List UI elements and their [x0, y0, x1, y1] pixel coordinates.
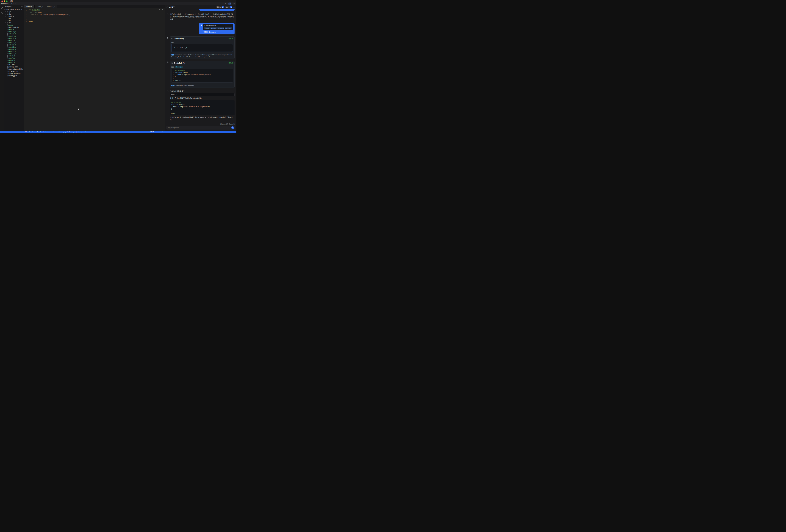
user-avatar-icon [201, 24, 202, 33]
tree-item-file[interactable]: demo11.js [4, 30, 24, 33]
terminal-icon[interactable] [225, 2, 227, 5]
app-window: IfAI IfAI Editor 文件 资源管理器 react-native-m… [0, 0, 236, 133]
references-title: chat.references [206, 25, 216, 26]
tree-item-file[interactable]: demo22.js [4, 44, 24, 46]
message-text: 您已成功创建了一个名为 demo.js 的文件，其中包含了一个简单的 JavaS… [170, 13, 234, 20]
ai-settings-icon[interactable] [233, 6, 235, 8]
user-message: chat.referencesDemo.jsdemo9.jsdemo30.jsd… [199, 9, 234, 11]
tree-item-folder[interactable]: ios [4, 17, 24, 20]
code-line: 3 console.log("这是一个简单的JavaScript示例"); [24, 14, 165, 16]
code-line: 6demo(); [171, 79, 232, 82]
tree-item-folder[interactable]: src [4, 22, 24, 24]
chat-input[interactable] [168, 127, 230, 129]
chat-input-row [166, 126, 235, 130]
explorer-title: 资源管理器 [5, 6, 13, 8]
line-number: 6 [171, 79, 175, 82]
language-indicator[interactable]: javascript [157, 131, 163, 133]
robot-avatar-icon [167, 13, 169, 21]
tree-item-file[interactable]: demo6.js [4, 55, 24, 57]
result-text: home/ usr/ .resolve/ bin/ sbin/ .file et… [171, 54, 232, 58]
tree-item-file[interactable]: README.md [4, 70, 24, 72]
tree-item-file[interactable]: demo21.js [4, 42, 24, 44]
line-number: 1 [171, 70, 175, 72]
ai-panel-title: AI 助手 [169, 6, 175, 8]
assistant-message: 您已成功创建了一个名为 demo.js 的文件，其中包含了一个简单的 JavaS… [167, 13, 234, 21]
menu-file[interactable]: 文件 [11, 2, 16, 5]
file-reference-chip[interactable]: demo10.js [217, 27, 224, 29]
tree-item-file[interactable]: react-native-multiple-image-p... [4, 68, 24, 70]
tree-item-file[interactable]: tsconfig.build.json [4, 72, 24, 74]
line-number: 1 [24, 9, 29, 11]
tree-item-file[interactable]: demo9.js [4, 61, 24, 64]
tree-item-folder[interactable]: .git [4, 11, 24, 13]
code-line: 2function demo() { [171, 72, 232, 74]
tree-item-file[interactable]: demo23.js [4, 46, 24, 48]
tree-item-file[interactable]: demo30.js [4, 48, 24, 50]
chat-footer: 掘金技术社区 @ peterfei [165, 123, 236, 131]
titlebar: IfAI [0, 0, 236, 2]
credit-text: 掘金技术社区 @ peterfei [166, 123, 235, 125]
tree-item-folder[interactable]: .ifai [4, 13, 24, 15]
user-message-text: 重新生成demo.js [203, 31, 233, 33]
tree-item-file[interactable]: demo12.js [4, 33, 24, 35]
model-select[interactable]: glm-4 [225, 6, 232, 8]
tree-item-file[interactable]: package.json [4, 66, 24, 68]
tree-item-file[interactable]: demo2.js [4, 39, 24, 42]
tree-item-folder[interactable]: android [4, 15, 24, 17]
tool-card: List Directory已完成参数:{ "rel_path": "/" }结… [170, 37, 234, 59]
tree-item-file[interactable]: demo32.js [4, 52, 24, 55]
provider-select[interactable]: 智谱AI [216, 6, 224, 8]
file-icon [6, 31, 8, 32]
settings-gear-icon[interactable] [221, 2, 223, 5]
send-button[interactable] [231, 126, 234, 129]
split-editor-icon[interactable] [159, 9, 160, 10]
params-value: { "rel_path": "/" } [171, 44, 233, 52]
code-line: 6demo(); [24, 20, 165, 23]
minimize-window-button[interactable] [4, 0, 5, 2]
tree-item-file[interactable]: demo31.js [4, 50, 24, 52]
encoding-indicator[interactable]: UTF-8 [149, 131, 154, 133]
file-reference-chip[interactable]: demo9.js [210, 27, 216, 29]
user-message: chat.referencesDemo.jsdemo9.jsdemo10.jsd… [199, 23, 234, 34]
editor-tab[interactable]: demo.js [24, 5, 34, 8]
menu-app[interactable]: IfAI Editor [1, 3, 8, 4]
tree-item-file[interactable]: demo.js [4, 28, 24, 30]
robot-avatar-icon [167, 37, 169, 59]
tree-item-file[interactable]: tsconfig.json [4, 74, 24, 77]
tree-item-file[interactable]: demo15.js [4, 37, 24, 39]
more-actions-icon[interactable]: ⋯ [162, 8, 163, 11]
tree-item-file[interactable]: demo14.js [4, 35, 24, 37]
file-label: demo23.js [8, 46, 16, 48]
assistant-message: 已经为您重新生成了demo.js文件，它包含了以下简单的 JavaScript … [167, 90, 234, 121]
file-icon [6, 75, 8, 76]
editor-tab[interactable]: Demo.js [34, 5, 45, 8]
theme-icon[interactable] [232, 2, 235, 5]
file-path[interactable]: /Users/mac/project/huazhu-cloud/rn/react… [25, 131, 74, 133]
window-toolbar [221, 2, 235, 5]
explorer-icon[interactable] [1, 6, 3, 9]
editor-area: demo.jsDemo.jsdemo11.js 1// 伪代码示例2functi… [24, 5, 165, 131]
tree-item-file[interactable]: demo8.js [4, 59, 24, 61]
tool-title: List Directory [174, 38, 184, 40]
file-reference-chip[interactable]: demo30.js [225, 27, 232, 29]
tree-item-file[interactable]: demo7.js [4, 57, 24, 59]
panel-toggle-icon[interactable] [228, 2, 231, 5]
tree-item-file[interactable]: LICENSE [4, 64, 24, 66]
close-window-button[interactable] [1, 0, 3, 2]
editor-tab[interactable]: demo11.js [45, 5, 57, 8]
chevron-down-icon [4, 9, 5, 10]
tree-item-root[interactable]: react-native-multiple-image-pic... [4, 8, 24, 11]
code-line: 1// 伪代码示例 [171, 70, 232, 72]
tree-item-folder[interactable]: lib [4, 20, 24, 22]
file-reference-chip[interactable]: Demo.js [204, 27, 210, 29]
tree-item-file[interactable]: babel.config.js [4, 26, 24, 28]
search-icon[interactable] [1, 11, 3, 15]
code-editor[interactable]: 1// 伪代码示例2function demo() {3 console.log… [24, 8, 165, 131]
file-icon [6, 51, 8, 52]
menubar: IfAI Editor 文件 [0, 2, 236, 5]
zoom-window-button[interactable] [6, 0, 7, 2]
file-label: demo6.js [8, 55, 15, 57]
line-number: 2 [24, 11, 29, 14]
collapse-folders-icon[interactable] [21, 6, 23, 8]
tree-item-file[interactable]: App.js [4, 24, 24, 26]
